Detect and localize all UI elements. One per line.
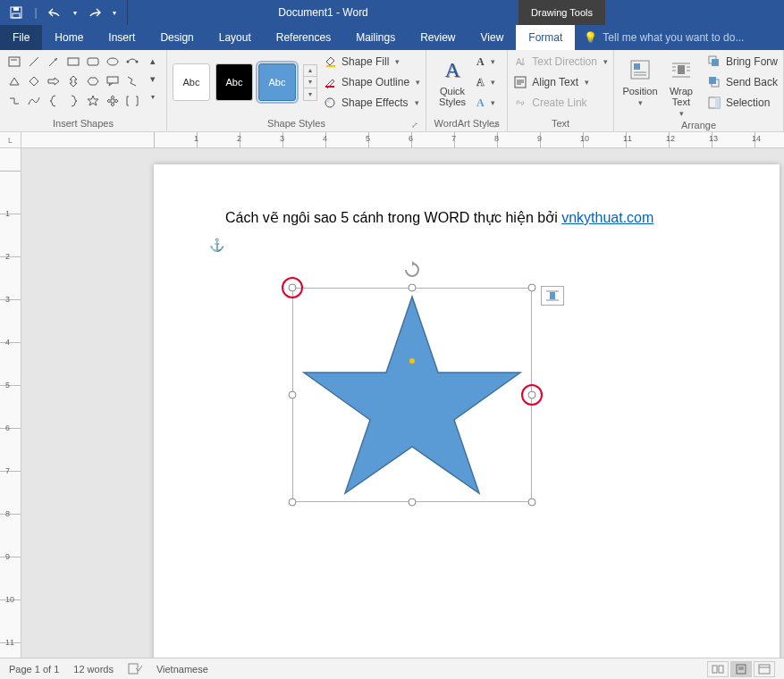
shape-line-icon[interactable] — [25, 53, 43, 71]
text-direction-button[interactable]: A Text Direction▾ — [513, 53, 608, 71]
wrap-text-button[interactable]: Wrap Text▾ — [661, 53, 702, 119]
shape-style-2[interactable]: Abc — [215, 63, 253, 101]
handle-br[interactable] — [528, 499, 536, 507]
tab-home[interactable]: Home — [42, 25, 96, 50]
view-read-mode-icon[interactable] — [707, 661, 729, 677]
view-print-layout-icon[interactable] — [730, 661, 752, 677]
text-outline-button[interactable]: A▾ — [476, 73, 495, 91]
shape-arrow-quad-icon[interactable] — [104, 92, 122, 110]
redo-button[interactable] — [84, 2, 105, 23]
handle-bc[interactable] — [409, 499, 417, 507]
shape-style-3[interactable]: Abc — [258, 63, 296, 101]
shape-style-1[interactable]: Abc — [173, 63, 210, 101]
undo-button[interactable] — [45, 2, 66, 23]
shape-rect-icon[interactable] — [64, 53, 82, 71]
style-more-icon[interactable]: ▾ — [304, 88, 316, 100]
status-words[interactable]: 12 words — [73, 664, 114, 675]
shapes-more-icon[interactable]: ▾ — [145, 88, 161, 105]
document-scroll[interactable]: Cách vẽ ngôi sao 5 cánh trong WORD thực … — [21, 148, 784, 658]
handle-tc[interactable] — [409, 284, 417, 292]
shapes-scroll-up-icon[interactable]: ▴ — [145, 53, 161, 69]
pen-outline-icon — [323, 75, 337, 89]
shape-effects-button[interactable]: Shape Effects▾ — [323, 94, 420, 112]
bring-forward-button[interactable]: Bring Forw — [707, 53, 778, 71]
svg-text:A: A — [516, 57, 522, 67]
tab-insert[interactable]: Insert — [96, 25, 148, 50]
shape-arrow-line-icon[interactable] — [45, 53, 63, 71]
shape-diamond-icon[interactable] — [25, 72, 43, 90]
create-link-label: Create Link — [532, 96, 586, 109]
status-page[interactable]: Page 1 of 1 — [9, 664, 59, 675]
quick-styles-button[interactable]: A Quick Styles — [432, 53, 473, 112]
group-arrange: Position▾ Wrap Text▾ Bring Forw Send Bac… — [614, 50, 784, 131]
position-button[interactable]: Position▾ — [620, 53, 661, 119]
shape-bracket-icon[interactable] — [123, 92, 141, 110]
handle-bl[interactable] — [289, 499, 297, 507]
shape-curve-icon[interactable] — [25, 92, 43, 110]
shape-brace-icon[interactable] — [45, 92, 63, 110]
shape-hexagon-icon[interactable] — [84, 72, 102, 90]
svg-rect-1 — [13, 7, 19, 11]
shape-brace2-icon[interactable] — [64, 92, 82, 110]
shape-fill-button[interactable]: Shape Fill▾ — [323, 53, 420, 71]
selection-pane-button[interactable]: Selection — [707, 94, 778, 112]
svg-rect-40 — [550, 292, 555, 299]
shapes-scroll-down-icon[interactable]: ▾ — [145, 71, 161, 87]
tab-references[interactable]: References — [264, 25, 343, 50]
undo-dropdown-icon[interactable]: ▾ — [68, 2, 82, 23]
tab-file[interactable]: File — [0, 25, 42, 50]
shape-roundrect-icon[interactable] — [84, 53, 102, 71]
text-fill-button[interactable]: A▾ — [476, 53, 495, 71]
shape-styles-launcher-icon[interactable]: ⤢ — [411, 121, 418, 130]
create-link-button[interactable]: Create Link — [513, 94, 608, 112]
handle-ml[interactable] — [289, 391, 297, 399]
send-backward-button[interactable]: Send Back — [707, 73, 778, 91]
text-effects-button[interactable]: A▾ — [476, 94, 495, 112]
shape-connector-icon[interactable] — [5, 92, 23, 110]
style-scroll-down-icon[interactable]: ▾ — [304, 77, 316, 88]
tab-mailings[interactable]: Mailings — [343, 25, 408, 50]
shape-star-icon[interactable] — [84, 92, 102, 110]
document-paragraph[interactable]: Cách vẽ ngôi sao 5 cánh trong WORD thực … — [225, 209, 708, 226]
shapes-gallery[interactable] — [5, 53, 141, 110]
anchor-icon[interactable]: ⚓ — [209, 238, 224, 252]
document-link[interactable]: vnkythuat.com — [561, 210, 653, 225]
status-language[interactable]: Vietnamese — [156, 664, 208, 675]
tab-review[interactable]: Review — [408, 25, 468, 50]
shape-edit-icon[interactable] — [123, 53, 141, 71]
align-text-button[interactable]: Align Text▾ — [513, 73, 608, 91]
send-backward-icon — [707, 75, 721, 89]
view-web-layout-icon[interactable] — [754, 661, 775, 677]
tab-design[interactable]: Design — [148, 25, 206, 50]
style-scroll-up-icon[interactable]: ▴ — [304, 65, 316, 77]
wordart-launcher-icon[interactable]: ⤢ — [493, 121, 500, 130]
ribbon-tabs: File Home Insert Design Layout Reference… — [0, 25, 784, 50]
tab-format[interactable]: Format — [516, 25, 575, 50]
svg-line-5 — [30, 57, 38, 66]
text-fill-icon: A — [476, 55, 485, 69]
rotate-handle-icon[interactable] — [403, 261, 421, 281]
text-direction-icon: A — [513, 54, 527, 69]
layout-options-button[interactable] — [541, 286, 564, 306]
proofing-icon[interactable] — [128, 662, 142, 676]
horizontal-ruler[interactable]: 12345678910111213141516171819 — [21, 132, 784, 148]
vertical-ruler[interactable]: 123456789101112131415 — [0, 148, 21, 658]
shape-outline-button[interactable]: Shape Outline▾ — [323, 73, 420, 91]
save-button[interactable] — [5, 2, 27, 23]
handle-tr[interactable] — [528, 284, 536, 292]
shape-triangle-icon[interactable] — [5, 72, 23, 90]
selected-shape[interactable] — [292, 288, 532, 502]
bucket-icon — [323, 54, 337, 69]
shape-callout-icon[interactable] — [104, 72, 122, 90]
qat-customize-icon[interactable]: ▾ — [107, 2, 122, 23]
shape-oval-icon[interactable] — [104, 53, 122, 71]
page[interactable]: Cách vẽ ngôi sao 5 cánh trong WORD thực … — [154, 164, 780, 658]
tab-view[interactable]: View — [468, 25, 517, 50]
svg-rect-12 — [107, 77, 118, 83]
shape-textbox-icon[interactable] — [5, 53, 23, 71]
shape-arrow-right-icon[interactable] — [45, 72, 63, 90]
shape-arrow-updown-icon[interactable] — [64, 72, 82, 90]
shape-edit-points-icon[interactable] — [123, 72, 141, 90]
tell-me-search[interactable]: 💡 Tell me what you want to do... — [575, 25, 784, 50]
tab-layout[interactable]: Layout — [207, 25, 264, 50]
